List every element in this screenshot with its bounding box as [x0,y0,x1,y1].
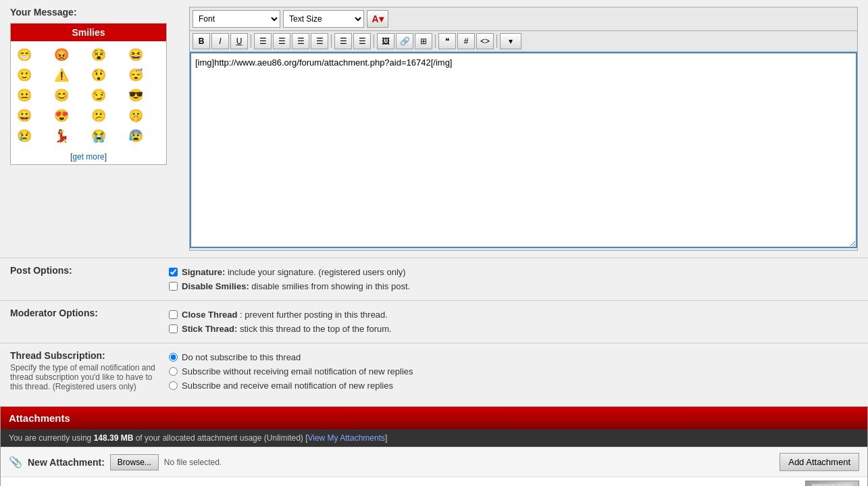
quote-button[interactable]: ❝ [438,33,456,49]
align-center-button[interactable]: ☰ [273,33,290,49]
stick-thread-normal-text: stick this thread to the top of the foru… [240,324,392,334]
color-dropdown-icon: ▾ [379,14,384,24]
close-thread-label: Close Thread : prevent further posting i… [182,310,388,320]
smilies-grid: 😁 😡 😵 😆 🙂 ⚠️ 😲 😴 😐 😊 😏 😎 😀 [11,41,166,149]
quote-icon: ❝ [445,37,449,46]
smiley-13[interactable]: 😀 [15,106,34,125]
thread-subscription-section: Thread Subscription: Specify the type of… [0,343,868,399]
italic-button[interactable]: I [211,33,229,49]
bold-icon: B [199,37,205,46]
table-icon: ⊞ [420,37,427,46]
new-attachment-label: New Attachment: [28,457,105,468]
smiley-6[interactable]: ⚠️ [52,66,71,84]
main-container: Your Message: Smilies 😁 😡 😵 😆 🙂 ⚠️ 😲 😴 [0,0,868,486]
signature-bold-text: Signature: [182,267,225,277]
smiley-7[interactable]: 😲 [89,66,108,84]
image-button[interactable]: 🖼 [377,33,394,49]
add-attachment-button[interactable]: Add Attachment [780,453,859,471]
get-more-link[interactable]: get more [72,152,104,162]
smiley-5[interactable]: 🙂 [15,66,34,84]
smiley-3[interactable]: 😵 [89,45,108,64]
smiley-4[interactable]: 😆 [126,45,145,64]
signature-checkbox[interactable] [169,268,178,276]
thread-subscription-title: Thread Subscription: [10,350,159,361]
smiley-15[interactable]: 😕 [89,106,108,125]
smilies-box: Smilies 😁 😡 😵 😆 🙂 ⚠️ 😲 😴 😐 😊 😏 [10,23,167,165]
smiley-8[interactable]: 😴 [126,66,145,84]
size-select[interactable]: Text Size [283,10,364,28]
separator-1 [251,34,251,48]
smiley-10[interactable]: 😊 [52,86,71,105]
smiley-12[interactable]: 😎 [126,86,145,105]
smiley-16[interactable]: 🤫 [126,106,145,125]
unordered-list-button[interactable]: ☰ [353,33,371,49]
code-button[interactable]: <> [476,33,494,49]
font-select[interactable]: Font [193,10,280,28]
bold-button[interactable]: B [193,33,210,49]
subscribe-no-notify-label: Subscribe without receiving email notifi… [182,366,413,376]
get-more-row: [get more] [11,149,166,164]
moderator-options-content: Close Thread : prevent further posting i… [169,308,868,336]
moderator-options-label: Moderator Options: [0,308,169,336]
align-justify-button[interactable]: ☰ [311,33,328,49]
view-attachments-link[interactable]: View My Attachments [307,433,385,443]
no-subscribe-row: Do not subscribe to this thread [169,350,868,364]
italic-icon: I [219,37,221,46]
separator-4 [435,34,436,48]
smiley-18[interactable]: 💃 [52,126,71,145]
signature-option-row: Signature: include your signature. (regi… [169,265,868,279]
smiley-20[interactable]: 😰 [126,126,145,145]
subscribe-notify-radio[interactable] [169,381,178,390]
color-button[interactable]: A ▾ [367,10,388,28]
align-left-icon: ☰ [259,37,267,46]
paperclip-icon: 📎 [9,456,22,468]
smiley-2[interactable]: 😡 [52,45,71,64]
more-icon: ▾ [509,37,513,46]
smiley-9[interactable]: 😐 [15,86,34,105]
close-thread-checkbox[interactable] [169,310,178,319]
smiley-14[interactable]: 😍 [52,106,71,125]
hash-button[interactable]: # [457,33,475,49]
align-left-button[interactable]: ☰ [254,33,272,49]
stick-thread-label: Stick Thread: stick this thread to the t… [182,324,392,334]
browse-button[interactable]: Browse... [110,454,159,470]
close-thread-normal-text: : prevent further posting in this thread… [240,310,388,320]
smiley-17[interactable]: 😢 [15,126,34,145]
table-button[interactable]: ⊞ [415,33,432,49]
thread-subscription-label-panel: Thread Subscription: Specify the type of… [0,350,169,393]
code-icon: <> [480,37,490,46]
thumbnail-preview [805,481,859,486]
subscribe-no-notify-radio[interactable] [169,367,178,376]
smiley-19[interactable]: 😭 [89,126,108,145]
post-options-section: Post Options: Signature: include your si… [0,258,868,300]
post-options-label: Post Options: [0,265,169,293]
separator-2 [331,34,332,48]
subscribe-no-notify-row: Subscribe without receiving email notifi… [169,364,868,379]
subscribe-notify-label: Subscribe and receive email notification… [182,381,393,391]
message-textarea[interactable]: [img]http://www.aeu86.org/forum/attachme… [190,52,857,248]
disable-smilies-checkbox[interactable] [169,282,178,291]
ordered-list-button[interactable]: ☰ [334,33,352,49]
no-file-text: No file selected. [164,458,222,467]
post-options-content: Signature: include your signature. (regi… [169,265,868,293]
top-section: Your Message: Smilies 😁 😡 😵 😆 🙂 ⚠️ 😲 😴 [0,0,868,258]
link-button[interactable]: 🔗 [396,33,413,49]
align-right-button[interactable]: ☰ [292,33,309,49]
attachments-header: Attachments [1,407,867,429]
smiley-11[interactable]: 😏 [89,86,108,105]
attachments-usage: You are currently using 148.39 MB of you… [1,429,867,447]
attachment-file-row: 📊 ae86-worldtour-74905876_59134679494837… [1,477,867,486]
right-panel: Font Text Size A ▾ B I U ☰ [189,7,858,251]
editor-container: Font Text Size A ▾ B I U ☰ [189,7,858,251]
color-icon: A [372,14,378,24]
moderator-options-section: Moderator Options: Close Thread : preven… [0,300,868,343]
align-center-icon: ☰ [278,37,286,46]
no-subscribe-radio[interactable] [169,353,178,362]
thread-subscription-description: Specify the type of email notification a… [10,363,159,391]
stick-thread-checkbox[interactable] [169,324,178,333]
more-button[interactable]: ▾ [500,33,521,49]
separator-3 [374,34,374,48]
underline-button[interactable]: U [230,33,248,49]
smiley-1[interactable]: 😁 [15,45,34,64]
subscription-options-panel: Do not subscribe to this thread Subscrib… [169,350,868,393]
